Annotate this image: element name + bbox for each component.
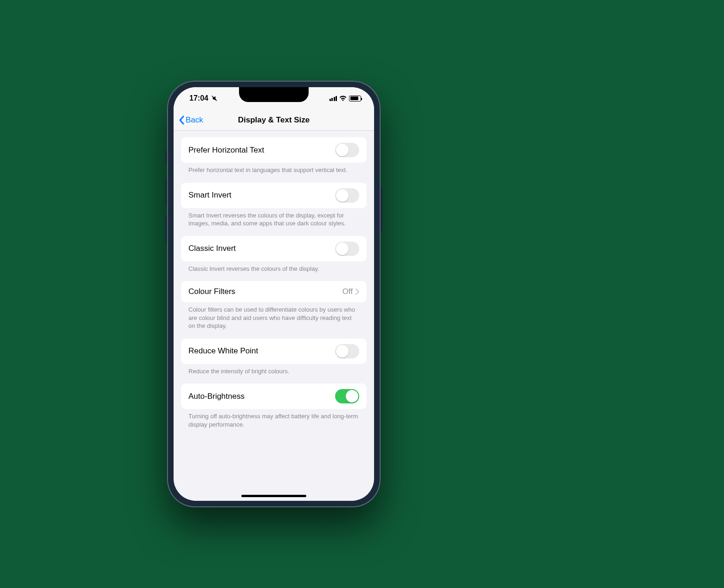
settings-group: Smart InvertSmart Invert reverses the co… [174,183,374,228]
switch-knob [336,144,349,156]
svg-line-0 [212,96,217,101]
switch-knob [336,189,349,202]
group-footer: Colour filters can be used to differenti… [181,302,367,330]
settings-link-cell[interactable]: Colour FiltersOff [181,281,367,302]
iphone-frame: 17:04 [167,81,381,507]
settings-group: Colour FiltersOffColour filters can be u… [174,281,374,330]
group-footer: Turning off auto-brightness may affect b… [181,409,367,428]
settings-toggle-cell: Auto-Brightness [181,383,367,409]
settings-toggle-cell: Classic Invert [181,236,367,262]
settings-list[interactable]: Prefer Horizontal TextPrefer horizontal … [174,131,374,501]
toggle-switch[interactable] [335,242,359,256]
cell-label: Auto-Brightness [188,392,245,401]
back-label: Back [186,115,203,125]
notch [239,87,309,102]
cellular-icon [330,96,337,101]
page-title: Display & Text Size [238,115,310,125]
settings-group: Auto-BrightnessTurning off auto-brightne… [174,383,374,428]
group-footer: Smart Invert reverses the colours of the… [181,208,367,228]
volume-down-button [165,215,167,243]
cell-label: Reduce White Point [188,346,258,356]
cell-label: Smart Invert [188,191,232,200]
back-button[interactable]: Back [178,115,203,125]
nav-bar: Back Display & Text Size [174,109,374,131]
status-time: 17:04 [189,94,208,102]
volume-up-button [165,178,167,206]
chevron-left-icon [178,115,185,125]
settings-group: Reduce White PointReduce the intensity o… [174,339,374,376]
cell-label: Classic Invert [188,244,236,253]
group-footer: Prefer horizontal text in languages that… [181,163,367,174]
toggle-switch[interactable] [335,389,359,403]
cell-value: Off [343,287,353,296]
group-footer: Classic Invert reverses the colours of t… [181,262,367,273]
chevron-right-icon [356,288,359,295]
silent-icon [211,95,218,102]
switch-knob [346,390,358,403]
wifi-icon [339,96,347,101]
toggle-switch[interactable] [335,188,359,203]
cell-label: Colour Filters [188,287,235,296]
settings-toggle-cell: Smart Invert [181,183,367,208]
power-button [381,187,382,231]
cell-accessory: Off [343,287,359,296]
settings-group: Prefer Horizontal TextPrefer horizontal … [174,137,374,174]
switch-knob [336,345,349,358]
screen: 17:04 [174,87,374,501]
settings-toggle-cell: Prefer Horizontal Text [181,137,367,163]
switch-knob [336,243,349,255]
battery-icon [349,96,361,102]
home-indicator[interactable] [241,495,306,497]
settings-toggle-cell: Reduce White Point [181,339,367,364]
toggle-switch[interactable] [335,344,359,358]
group-footer: Reduce the intensity of bright colours. [181,364,367,376]
settings-group: Classic InvertClassic Invert reverses th… [174,236,374,273]
mute-switch [165,150,167,164]
toggle-switch[interactable] [335,143,359,157]
cell-label: Prefer Horizontal Text [188,146,264,155]
